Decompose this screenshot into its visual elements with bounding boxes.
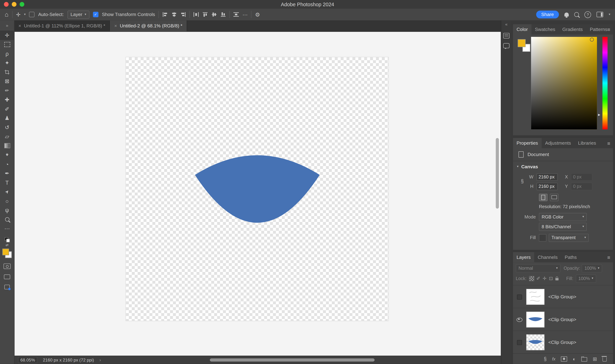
layer-name[interactable]: <Clip Group> (548, 317, 576, 322)
y-input[interactable]: 0 px (571, 182, 592, 190)
lock-all-icon[interactable] (555, 278, 558, 280)
link-layers-icon[interactable]: § (544, 356, 547, 362)
color-picker-marker[interactable] (590, 38, 594, 42)
notifications-bell-icon[interactable] (564, 13, 569, 16)
eyedropper-tool[interactable]: ✎ (0, 86, 14, 95)
chevron-down-icon[interactable]: ▾ (24, 13, 26, 16)
new-group-folder-icon[interactable] (581, 357, 587, 362)
auto-select-checkbox[interactable] (29, 12, 35, 17)
lasso-tool[interactable]: ρ (0, 49, 14, 58)
collapse-tools-icon[interactable]: » (0, 20, 14, 31)
close-tab-icon[interactable]: × (114, 23, 117, 29)
hue-slider-marker[interactable]: ▶ (598, 113, 600, 117)
width-input[interactable]: 2160 px (536, 173, 558, 181)
document-tab-untitled-2[interactable]: × Untitled-2 @ 68.1% (RGB/8) * (110, 20, 187, 31)
close-tab-icon[interactable]: × (18, 23, 21, 29)
blue-lens-shape[interactable] (195, 155, 320, 223)
status-chevron-icon[interactable]: › (100, 358, 101, 362)
search-icon[interactable] (574, 12, 579, 17)
hand-tool[interactable]: ψ (0, 206, 14, 215)
blur-tool[interactable]: ♠ (0, 150, 14, 160)
blend-mode-dropdown[interactable]: Normal ▾ (516, 264, 560, 272)
horizontal-scrollbar[interactable] (210, 359, 375, 362)
home-icon[interactable]: ⌂ (5, 11, 8, 18)
show-transform-checkbox[interactable]: ✓ (93, 12, 98, 17)
align-middle-vertical-icon[interactable] (212, 12, 217, 17)
layer-thumbnail[interactable] (526, 312, 544, 327)
gradient-tool[interactable] (0, 141, 14, 150)
saturation-brightness-picker[interactable] (531, 37, 597, 129)
zoom-level-field[interactable]: 68.05% (18, 357, 37, 363)
clone-stamp-tool[interactable]: ♟ (0, 114, 14, 123)
lock-artboard-icon[interactable]: ⊡ (549, 276, 553, 281)
lock-transparency-icon[interactable] (529, 276, 534, 281)
visibility-toggle[interactable] (513, 294, 526, 299)
close-window-button[interactable] (4, 2, 9, 7)
layer-effects-icon[interactable]: fx (552, 357, 556, 361)
layer-name[interactable]: <Clip Group> (548, 294, 576, 299)
delete-layer-trash-icon[interactable] (602, 357, 607, 362)
swap-colors-icon[interactable]: ⇄ (5, 243, 9, 247)
ellipse-tool[interactable]: ○ (0, 196, 14, 206)
history-brush-tool[interactable]: ↺ (0, 123, 14, 132)
layer-name[interactable]: <Clip Group> (548, 340, 576, 345)
document-canvas[interactable] (126, 57, 389, 321)
chevron-down-icon[interactable]: ▾ (609, 13, 610, 16)
panel-menu-icon[interactable]: ≡ (607, 24, 610, 35)
edit-toolbar-button[interactable]: ⋯ (0, 224, 14, 234)
add-mask-icon[interactable] (561, 356, 567, 361)
height-input[interactable]: 2160 px (536, 182, 558, 190)
landscape-orientation-button[interactable] (550, 194, 558, 201)
distribute-vertical-icon[interactable] (234, 12, 239, 17)
zoom-tool[interactable] (0, 215, 14, 224)
tab-paths[interactable]: Paths (561, 252, 580, 262)
document-tab-untitled-1[interactable]: × Untitled-1 @ 112% (Ellipse 1, RGB/8) * (14, 20, 110, 31)
healing-brush-tool[interactable]: ✚ (0, 95, 14, 104)
layer-row[interactable]: <Clip Group> (513, 285, 613, 308)
quick-mask-button[interactable] (4, 263, 11, 269)
visibility-toggle[interactable] (513, 340, 526, 345)
auto-select-target-dropdown[interactable]: Layer ▾ (67, 10, 90, 18)
lens-shape-layer[interactable] (126, 57, 389, 321)
layer-thumbnail[interactable] (526, 289, 544, 305)
adjustment-layer-icon[interactable]: ◐ (573, 356, 576, 362)
canvas-area[interactable] (14, 31, 501, 356)
help-icon[interactable]: ? (584, 11, 591, 18)
new-layer-icon[interactable]: ⊞ (593, 356, 597, 362)
align-left-icon[interactable] (162, 12, 168, 17)
bit-depth-dropdown[interactable]: 8 Bits/Channel ▾ (539, 222, 587, 231)
layer-thumbnail[interactable] (526, 335, 544, 350)
align-right-icon[interactable] (181, 12, 186, 17)
vertical-scrollbar[interactable] (496, 138, 499, 209)
brush-tool[interactable]: ✐ (0, 104, 14, 114)
eraser-tool[interactable]: ▱ (0, 132, 14, 141)
fullscreen-window-button[interactable] (20, 2, 24, 7)
tab-properties[interactable]: Properties (513, 138, 541, 148)
expand-panels-icon[interactable]: « (505, 20, 508, 28)
move-tool[interactable]: ✛ (0, 31, 14, 40)
tab-layers[interactable]: Layers (513, 252, 534, 262)
more-options-icon[interactable]: ⋯ (243, 12, 248, 17)
tab-channels[interactable]: Channels (534, 252, 561, 262)
comments-panel-icon[interactable] (503, 43, 510, 48)
default-colors-icon[interactable] (4, 237, 10, 242)
gear-icon[interactable]: ⚙ (255, 12, 260, 17)
share-button[interactable]: Share (536, 11, 559, 18)
fill-dropdown[interactable]: 100% ▾ (576, 274, 596, 283)
history-panel-icon[interactable] (503, 33, 510, 39)
distribute-horizontal-icon[interactable] (194, 12, 199, 17)
align-top-icon[interactable] (203, 12, 208, 17)
foreground-color-swatch[interactable] (518, 39, 525, 47)
lock-position-icon[interactable]: ✛ (543, 276, 547, 281)
move-tool-icon[interactable]: ✛ (16, 12, 21, 17)
tab-adjustments[interactable]: Adjustments (541, 138, 575, 148)
crop-tool[interactable] (0, 67, 14, 77)
layer-row[interactable]: <Clip Group> (513, 308, 613, 331)
tab-libraries[interactable]: Libraries (575, 138, 600, 148)
panel-menu-icon[interactable]: ≡ (607, 252, 610, 262)
foreground-color-swatch[interactable] (2, 248, 9, 255)
color-mode-dropdown[interactable]: RGB Color ▾ (539, 213, 587, 221)
minimize-window-button[interactable] (12, 2, 16, 7)
opacity-dropdown[interactable]: 100% ▾ (582, 264, 602, 272)
frame-tool[interactable]: ⊠ (0, 77, 14, 86)
